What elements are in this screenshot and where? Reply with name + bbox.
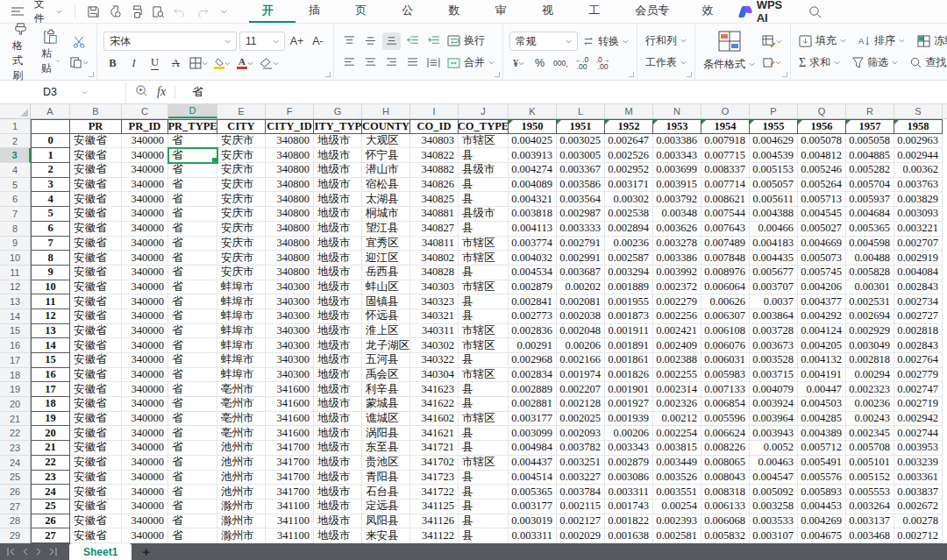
cell[interactable]: 340304 xyxy=(410,368,459,383)
cell[interactable]: 0.002694 xyxy=(846,309,894,324)
cell[interactable]: 0.003019 xyxy=(509,514,557,529)
align-right-button[interactable] xyxy=(382,54,401,72)
cell[interactable]: 340000 xyxy=(122,471,168,486)
row-header-11[interactable]: 11 xyxy=(0,266,31,280)
cell[interactable]: 341702 xyxy=(410,456,459,471)
cell[interactable]: 1954 xyxy=(701,119,750,134)
cell[interactable]: 地级市 xyxy=(314,397,362,412)
cell[interactable]: 0.003564 xyxy=(557,192,605,207)
cell[interactable]: 地级市 xyxy=(314,134,362,149)
cell[interactable]: 340000 xyxy=(122,412,168,427)
cell[interactable]: 亳州市 xyxy=(217,397,266,412)
cell[interactable]: 0.003294 xyxy=(605,266,653,280)
cell[interactable]: 0.003829 xyxy=(894,192,943,207)
cell[interactable]: 0.003343 xyxy=(605,441,653,456)
cell[interactable]: 0.005893 xyxy=(798,485,846,500)
select-all-corner[interactable] xyxy=(0,104,31,118)
row-header-9[interactable]: 9 xyxy=(0,237,31,252)
cell[interactable]: 0.008621 xyxy=(701,192,750,207)
cell[interactable]: 0.003468 xyxy=(846,528,894,543)
cell[interactable]: 省 xyxy=(168,309,217,324)
column-header-R[interactable]: R xyxy=(846,104,894,118)
cell[interactable]: 0.002081 xyxy=(557,294,605,309)
row-header-17[interactable]: 17 xyxy=(0,353,31,368)
cell[interactable]: 341125 xyxy=(410,500,459,514)
cell[interactable]: 340000 xyxy=(122,280,168,295)
cell[interactable]: PR xyxy=(70,119,122,134)
cell[interactable]: 0.005365 xyxy=(846,222,894,237)
cell[interactable]: 0.00294 xyxy=(846,368,894,383)
cell[interactable]: 0.002818 xyxy=(846,353,894,368)
column-header-L[interactable]: L xyxy=(557,104,605,118)
cell[interactable]: 省 xyxy=(168,163,217,178)
cell[interactable]: 0.00488 xyxy=(846,251,894,266)
row-header-28[interactable]: 28 xyxy=(0,514,31,529)
cell[interactable]: 安徽省 xyxy=(70,528,122,543)
cell[interactable]: 固镇县 xyxy=(362,294,410,309)
cell[interactable]: 0.002314 xyxy=(653,382,701,397)
cell[interactable]: 0.006624 xyxy=(701,426,750,441)
cell[interactable]: 池州市 xyxy=(217,441,266,456)
insert-function-button[interactable]: fx xyxy=(157,85,166,99)
cell[interactable]: 0.002944 xyxy=(894,148,943,163)
cell[interactable]: 0.00463 xyxy=(750,456,798,471)
cell[interactable]: 340800 xyxy=(266,266,314,280)
cell[interactable]: CO_TYPE xyxy=(459,119,509,134)
cell[interactable]: 0.006068 xyxy=(701,514,750,529)
last-sheet-icon[interactable] xyxy=(49,548,57,556)
cell[interactable]: 340800 xyxy=(266,222,314,237)
cell[interactable]: 0.002581 xyxy=(653,528,701,543)
cell[interactable]: 0.002779 xyxy=(894,368,943,383)
align-left-button[interactable] xyxy=(340,54,359,72)
cell[interactable]: 0.00278 xyxy=(894,514,943,529)
cell[interactable]: 341600 xyxy=(266,397,314,412)
cell[interactable]: 安徽省 xyxy=(70,368,122,383)
cell[interactable]: 安徽省 xyxy=(70,309,122,324)
ribbon-tab-页面[interactable]: 页面 xyxy=(342,0,388,23)
cell[interactable]: 省 xyxy=(168,528,217,543)
cell[interactable]: 0.002968 xyxy=(509,353,557,368)
cell[interactable]: 0.003818 xyxy=(509,207,557,222)
cell[interactable]: 0.002734 xyxy=(894,294,943,309)
cell[interactable]: 贵池区 xyxy=(362,456,410,471)
strikethrough-button[interactable]: A xyxy=(167,54,185,72)
cell[interactable]: 0.00236 xyxy=(846,397,894,412)
cell[interactable]: 安徽省 xyxy=(70,178,122,193)
cell[interactable]: 1958 xyxy=(894,119,943,134)
cell[interactable]: 县 xyxy=(459,178,509,193)
search-icon[interactable] xyxy=(806,3,824,20)
cell[interactable]: 0.005027 xyxy=(798,222,846,237)
cell[interactable]: 340000 xyxy=(122,134,168,149)
cell[interactable]: 0.002707 xyxy=(894,237,943,252)
cell[interactable]: 341602 xyxy=(410,412,459,427)
cell[interactable]: 地级市 xyxy=(314,471,362,486)
cell[interactable]: 0.002836 xyxy=(509,324,557,339)
cell[interactable]: 0.003782 xyxy=(557,441,605,456)
cell[interactable]: 0.002531 xyxy=(846,294,894,309)
cell[interactable]: 341700 xyxy=(266,485,314,500)
cell[interactable]: 0.00212 xyxy=(653,412,701,427)
cell[interactable]: 省 xyxy=(168,192,217,207)
cell[interactable]: 340000 xyxy=(122,353,168,368)
cell[interactable]: 340000 xyxy=(122,514,168,529)
cell[interactable]: CO_ID xyxy=(410,119,459,134)
hamburger-icon[interactable] xyxy=(9,3,27,20)
cell[interactable]: 潜山市 xyxy=(362,163,410,178)
cell[interactable]: 0.002279 xyxy=(653,294,701,309)
cell[interactable]: 0.003792 xyxy=(653,192,701,207)
cell[interactable]: 0.005282 xyxy=(846,163,894,178)
column-header-C[interactable]: C xyxy=(122,104,168,118)
cell[interactable]: 341700 xyxy=(266,441,314,456)
cell[interactable]: 340800 xyxy=(266,251,314,266)
format-painter-button[interactable]: 格式刷 xyxy=(8,18,33,85)
cell[interactable]: 太湖县 xyxy=(362,192,410,207)
column-header-P[interactable]: P xyxy=(750,104,798,118)
column-header-B[interactable]: B xyxy=(70,104,122,118)
cell[interactable]: 池州市 xyxy=(217,456,266,471)
freeze-button[interactable]: 冻结 xyxy=(915,32,947,50)
cell[interactable]: 安徽省 xyxy=(70,237,122,252)
cell[interactable]: 1957 xyxy=(846,119,894,134)
cell[interactable]: 0.002841 xyxy=(509,294,557,309)
cell[interactable]: 省 xyxy=(168,397,217,412)
cell[interactable]: 0.004885 xyxy=(846,148,894,163)
